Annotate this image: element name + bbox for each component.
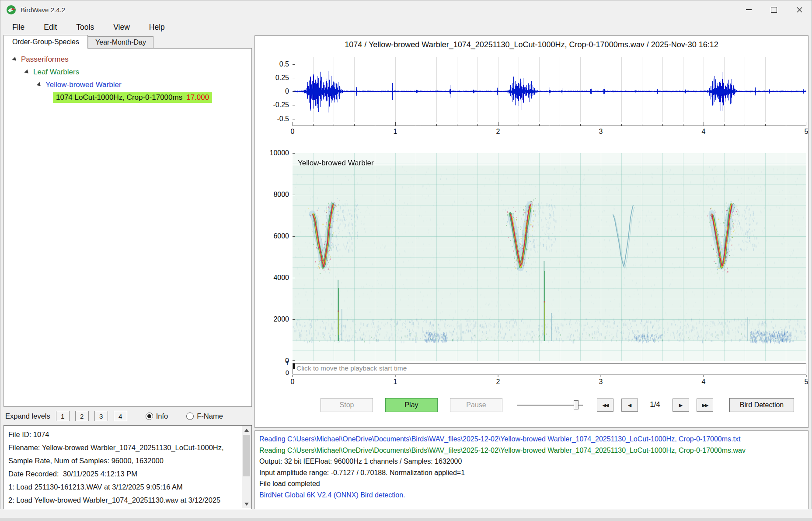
- tree-node-recording[interactable]: 1074 LoCut-1000Hz, Crop-0-17000ms 17.000: [4, 91, 251, 104]
- x-axis-tick: 4: [702, 378, 706, 386]
- waveform-canvas[interactable]: [293, 57, 806, 126]
- spectrogram-ytick: 4000: [255, 274, 289, 282]
- recording-label: 1074 LoCut-1000Hz, Crop-0-17000ms: [56, 93, 182, 102]
- log-line: File load completed: [259, 478, 804, 490]
- log-line: BirdNet Global 6K V2.4 (ONNX) Bird detec…: [259, 490, 804, 501]
- app-icon: [6, 5, 16, 15]
- maximize-icon: [771, 7, 777, 13]
- stop-button[interactable]: Stop: [321, 398, 373, 412]
- x-axis-tick: 5: [805, 128, 809, 136]
- radio-info[interactable]: Info: [146, 412, 168, 420]
- title-bar: BirdWave 2.4.2: [0, 0, 812, 19]
- pause-button[interactable]: Pause: [450, 398, 502, 412]
- info-line: 1: Load 251130-161213.WAV at 3/12/2025 9…: [8, 480, 237, 493]
- expand-levels-row: Expand levels 1 2 3 4 Info F-Name: [3, 409, 252, 423]
- radio-fname[interactable]: F-Name: [186, 412, 223, 420]
- file-info-lines: File ID: 1074 Filename: Yellow-browed Wa…: [5, 427, 241, 508]
- menu-bar: File Edit Tools View Help: [0, 19, 812, 35]
- tree-node-label: Passeriformes: [21, 55, 69, 64]
- expand-level-4-button[interactable]: 4: [114, 411, 127, 421]
- waveform-ytick: 0.25: [255, 74, 289, 82]
- file-info-box: File ID: 1074 Filename: Yellow-browed Wa…: [3, 425, 252, 509]
- playback-ytick: 0: [255, 369, 289, 376]
- collapse-icon[interactable]: [37, 82, 42, 87]
- info-scrollbar[interactable]: [242, 426, 251, 508]
- app-window: { "window": {"title": "BirdWave 2.4.2"},…: [0, 0, 812, 521]
- volume-slider[interactable]: [517, 398, 583, 412]
- menu-edit[interactable]: Edit: [34, 20, 66, 35]
- slider-track[interactable]: [517, 405, 583, 406]
- playback-cursor[interactable]: [293, 364, 295, 369]
- info-line: 2: Load Yellow-browed Warbler_1074_20251…: [8, 493, 237, 507]
- window-title: BirdWave 2.4.2: [21, 6, 65, 14]
- scrollbar-thumb[interactable]: [243, 435, 250, 476]
- tree-node-label: Leaf Warblers: [33, 68, 79, 77]
- first-page-button[interactable]: ◀◀: [597, 399, 613, 412]
- window-controls: [736, 0, 812, 19]
- spectrogram-ytick: 10000: [255, 149, 289, 157]
- slider-handle[interactable]: [574, 400, 579, 409]
- x-axis-tick: 4: [702, 128, 706, 136]
- waveform-x-axis: 012345: [293, 128, 806, 136]
- close-button[interactable]: [787, 0, 812, 19]
- radio-info-label: Info: [156, 412, 168, 420]
- page-indicator: 1/4: [642, 400, 668, 409]
- menu-file[interactable]: File: [3, 20, 34, 35]
- x-axis-tick: 3: [599, 128, 603, 136]
- expand-levels-label: Expand levels: [5, 412, 50, 420]
- x-axis-tick: 5: [805, 378, 809, 386]
- x-axis-tick: 1: [394, 128, 397, 136]
- minimize-button[interactable]: [736, 0, 761, 19]
- info-line: Date Recorded: 30/11/2025 4:12:13 PM: [8, 467, 237, 480]
- x-axis-tick: 2: [496, 378, 500, 386]
- plot-title: 1074 / Yellow-browed Warbler_1074_202511…: [255, 40, 808, 49]
- radio-info-icon[interactable]: [146, 413, 153, 420]
- maximize-button[interactable]: [761, 0, 787, 19]
- playback-hint: Click to move the playback start time: [296, 364, 407, 372]
- analysis-panel: 1074 / Yellow-browed Warbler_1074_202511…: [254, 35, 809, 428]
- log-line: Input amplitude range: -0.7127 / 0.70188…: [259, 467, 804, 479]
- spectrogram-ytick: 8000: [255, 191, 289, 199]
- minimize-icon: [746, 9, 752, 10]
- tree-node-label: Yellow-browed Warbler: [45, 80, 122, 89]
- waveform-ytick: -0.25: [255, 101, 289, 109]
- scroll-down-button[interactable]: [242, 500, 251, 508]
- tab-order-group-species[interactable]: Order-Group-Species: [3, 35, 88, 49]
- collapse-icon[interactable]: [12, 56, 18, 62]
- expand-level-2-button[interactable]: 2: [75, 411, 89, 421]
- tab-year-month-day[interactable]: Year-Month-Day: [88, 36, 153, 48]
- expand-level-3-button[interactable]: 3: [94, 411, 108, 421]
- species-tree: Passeriformes Leaf Warblers Yellow-browe…: [3, 48, 252, 407]
- arrow-down-icon: [244, 503, 249, 506]
- selected-recording[interactable]: 1074 LoCut-1000Hz, Crop-0-17000ms 17.000: [53, 92, 212, 103]
- waveform-ytick: 0.5: [255, 60, 289, 68]
- tree-node-order[interactable]: Passeriformes: [4, 53, 251, 66]
- playback-strip[interactable]: Click to move the playback start time: [293, 363, 806, 374]
- next-page-button[interactable]: ▶: [673, 399, 689, 412]
- log-line: Output: 32 bit IEEFloat: 96000Hz 1 chann…: [259, 456, 804, 467]
- x-axis-tick: 2: [496, 128, 500, 136]
- recording-duration: 17.000: [186, 93, 209, 102]
- tree-node-species[interactable]: Yellow-browed Warbler: [4, 78, 251, 91]
- scroll-up-button[interactable]: [242, 426, 251, 434]
- prev-page-button[interactable]: ◀: [621, 399, 638, 412]
- x-axis-tick: 0: [291, 128, 295, 136]
- spectrogram-canvas[interactable]: [293, 153, 806, 361]
- info-line: Sample Rate, Num of Samples: 96000, 1632…: [8, 454, 237, 467]
- tree-node-group[interactable]: Leaf Warblers: [4, 66, 251, 78]
- bird-detection-button[interactable]: Bird Detection: [729, 398, 794, 412]
- collapse-icon[interactable]: [24, 69, 30, 75]
- menu-view[interactable]: View: [104, 20, 139, 35]
- spectrogram-ytick: 2000: [255, 315, 289, 323]
- expand-level-1-button[interactable]: 1: [56, 411, 70, 421]
- last-page-button[interactable]: ▶▶: [697, 399, 713, 412]
- radio-fname-label: F-Name: [197, 412, 223, 420]
- info-line: File ID: 1074: [8, 428, 237, 441]
- radio-fname-icon[interactable]: [186, 413, 194, 420]
- menu-help[interactable]: Help: [139, 20, 174, 35]
- play-button[interactable]: Play: [385, 398, 438, 412]
- playback-x-axis: 012345: [293, 378, 806, 387]
- menu-tools[interactable]: Tools: [66, 20, 104, 35]
- close-icon: [797, 7, 802, 13]
- waveform-ytick: -0.5: [255, 115, 289, 123]
